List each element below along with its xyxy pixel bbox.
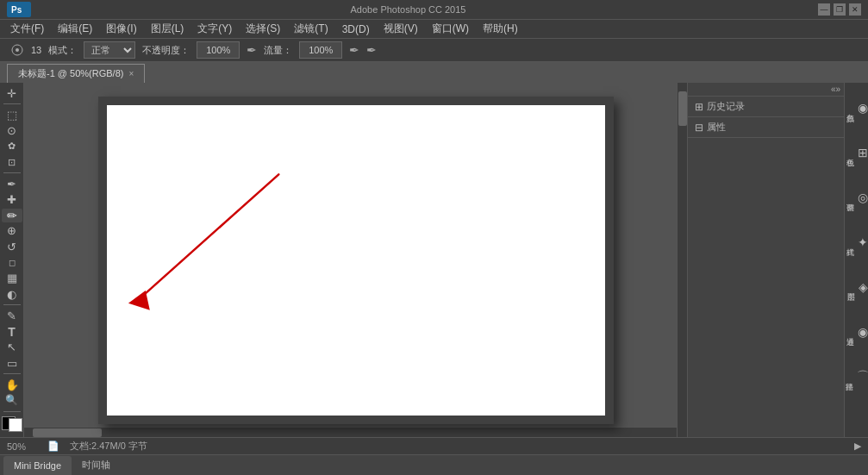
menu-item[interactable]: 视图(V): [377, 20, 425, 38]
hand-tool[interactable]: ✋: [2, 378, 22, 391]
history-label: 历史记录: [707, 100, 745, 113]
restore-button[interactable]: ❐: [834, 3, 846, 16]
opacity-input[interactable]: [197, 41, 240, 59]
options-bar: 13 模式： 正常 不透明度： ✒ 流量： ✒ ✒: [0, 38, 868, 62]
properties-panel-title[interactable]: ⊟ 属性: [695, 121, 837, 134]
brush-tool[interactable]: ✏: [2, 209, 22, 222]
main-area: ✛ ⬚ ⊙ ✿ ⊡ ✒ ✚ ✏ ⊕ ↺ ◻ ▦ ◐ ✎ T ↖ ▭: [0, 83, 868, 437]
marquee-tool[interactable]: ⬚: [2, 108, 22, 122]
brush-preview-icon: [7, 40, 28, 60]
document-tab[interactable]: 未标题-1 @ 50%(RGB/8) ×: [7, 64, 145, 83]
menu-item[interactable]: 文件(F): [3, 20, 51, 38]
shape-tool[interactable]: ▭: [2, 356, 22, 370]
collapse-icon[interactable]: «»: [831, 84, 840, 94]
eraser-tool[interactable]: ◻: [2, 255, 22, 269]
bottom-tab-bar: Mini Bridge 时间轴: [0, 454, 868, 475]
toolbar-separator-2: [3, 172, 21, 173]
properties-label: 属性: [707, 121, 726, 134]
eyedropper-tool[interactable]: ✒: [2, 177, 22, 191]
crop-tool[interactable]: ⊡: [2, 155, 22, 169]
toolbar-separator-1: [3, 103, 21, 104]
svg-text:Ps: Ps: [11, 5, 22, 15]
pen-tool[interactable]: ✎: [2, 309, 22, 322]
mode-select[interactable]: 正常: [84, 41, 135, 59]
dodge-tool[interactable]: ◐: [2, 287, 22, 301]
timeline-tab[interactable]: 时间轴: [72, 456, 121, 475]
menu-item[interactable]: 窗口(W): [425, 20, 476, 38]
color-panel-btn[interactable]: ◉ 颜色: [846, 86, 868, 129]
menu-item[interactable]: 图层(L): [144, 20, 191, 38]
paths-panel-btn[interactable]: ⌒ 路径: [846, 355, 868, 398]
move-tool[interactable]: ✛: [2, 86, 22, 100]
properties-icon: ⊟: [695, 122, 703, 134]
lasso-tool[interactable]: ⊙: [2, 123, 22, 137]
timeline-label: 时间轴: [82, 459, 110, 472]
menu-item[interactable]: 选择(S): [239, 20, 287, 38]
layers-panel-btn[interactable]: ◈ 图层: [846, 266, 868, 309]
menu-item[interactable]: 文字(Y): [190, 20, 239, 38]
quick-select-tool[interactable]: ✿: [2, 140, 22, 153]
svg-point-3: [16, 48, 19, 52]
title-bar: Ps Adobe Photoshop CC 2015 — ❐ ✕: [0, 0, 868, 19]
mini-bridge-label: Mini Bridge: [14, 460, 61, 471]
paths-icon: ⌒: [857, 369, 868, 384]
menu-item[interactable]: 编辑(E): [51, 20, 99, 38]
adjustments-icon: ◎: [858, 191, 868, 204]
airbrush-icon[interactable]: ✒: [247, 43, 257, 57]
right-panel: «» ⊞ 历史记录 ⊟ 属性 ◉ 颜色: [687, 83, 868, 437]
horizontal-scrollbar[interactable]: [24, 427, 677, 437]
mini-bridge-tab[interactable]: Mini Bridge: [3, 456, 72, 475]
zoom-tool[interactable]: 🔍: [2, 393, 22, 407]
ps-logo: Ps: [7, 2, 31, 17]
extra-icon[interactable]: ✒: [366, 43, 377, 57]
opacity-label: 不透明度：: [142, 44, 190, 57]
left-toolbar: ✛ ⬚ ⊙ ✿ ⊡ ✒ ✚ ✏ ⊕ ↺ ◻ ▦ ◐ ✎ T ↖ ▭: [0, 83, 24, 437]
clone-stamp-tool[interactable]: ⊕: [2, 224, 22, 238]
canvas-svg: [107, 105, 605, 416]
right-main-panels: «» ⊞ 历史记录 ⊟ 属性: [688, 83, 844, 437]
swatches-icon: ⊞: [858, 146, 868, 159]
menu-item[interactable]: 滤镜(T): [287, 20, 334, 38]
styles-icon: ✦: [858, 235, 868, 249]
tab-label: 未标题-1 @ 50%(RGB/8): [18, 67, 123, 80]
svg-line-4: [134, 174, 278, 303]
flow-icon[interactable]: ✒: [349, 43, 359, 57]
canvas-area[interactable]: [24, 83, 687, 437]
tab-bar: 未标题-1 @ 50%(RGB/8) ×: [0, 62, 868, 83]
toolbar-separator-3: [3, 304, 21, 305]
flow-input[interactable]: [299, 41, 342, 59]
minimize-button[interactable]: —: [818, 3, 830, 16]
menu-bar: 文件(F)编辑(E)图像(I)图层(L)文字(Y)选择(S)滤镜(T)3D(D)…: [0, 19, 868, 38]
menu-item[interactable]: 图像(I): [99, 20, 143, 38]
gradient-tool[interactable]: ▦: [2, 272, 22, 285]
healing-tool[interactable]: ✚: [2, 192, 22, 206]
canvas-document[interactable]: [107, 105, 605, 416]
tab-close-button[interactable]: ×: [128, 69, 134, 78]
vertical-scrollbar[interactable]: [677, 83, 687, 437]
channels-icon: ◉: [858, 325, 868, 339]
history-brush-tool[interactable]: ↺: [2, 240, 22, 253]
zoom-level: 50%: [7, 441, 37, 452]
menu-item[interactable]: 3D(D): [335, 22, 377, 37]
menu-item[interactable]: 帮助(H): [476, 20, 525, 38]
type-tool[interactable]: T: [2, 324, 22, 338]
title-text: Adobe Photoshop CC 2015: [0, 4, 816, 15]
toolbar-separator-5: [3, 411, 21, 412]
history-panel-title[interactable]: ⊞ 历史记录: [695, 100, 837, 113]
channels-panel-btn[interactable]: ◉ 通道: [846, 310, 868, 353]
styles-panel-btn[interactable]: ✦ 样式: [846, 221, 868, 264]
swatches-panel-btn[interactable]: ⊞ 色板: [846, 131, 868, 174]
status-bar: 50% 📄 文档:2.47M/0 字节 ▶: [0, 437, 868, 454]
fg-bg-colors[interactable]: [2, 416, 22, 432]
right-icon-panels: ◉ 颜色 ⊞ 色板 ◎ 调整 ✦ 样式 ◈ 图层: [844, 83, 868, 437]
document-info: 文档:2.47M/0 字节: [70, 440, 844, 453]
canvas-container: [98, 97, 614, 424]
history-icon: ⊞: [695, 101, 703, 113]
history-panel: ⊞ 历史记录: [688, 97, 844, 117]
path-select-tool[interactable]: ↖: [2, 341, 22, 354]
close-button[interactable]: ✕: [849, 3, 861, 16]
status-arrow[interactable]: ▶: [854, 441, 861, 452]
document-icon: 📄: [47, 441, 59, 452]
mode-label: 模式：: [48, 44, 77, 57]
adjustments-panel-btn[interactable]: ◎ 调整: [846, 176, 868, 219]
